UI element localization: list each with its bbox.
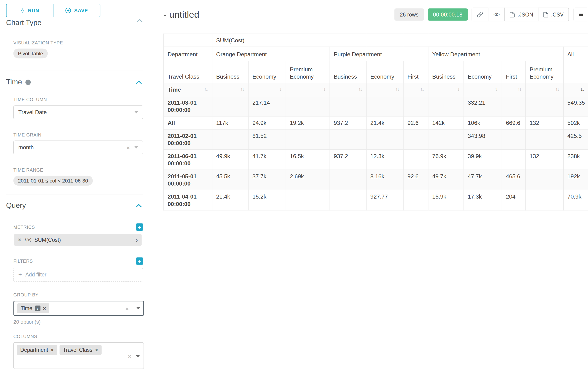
pivot-cell: 238k: [563, 149, 588, 170]
travel-class-header: Business: [212, 61, 248, 83]
pivot-cell: [403, 129, 428, 149]
sort-icon[interactable]: ↑↓: [358, 86, 362, 93]
pivot-cell: [366, 129, 403, 149]
time-heading: Time: [6, 78, 22, 86]
sort-icon[interactable]: ↑↓: [518, 86, 522, 93]
remove-metric-icon[interactable]: ×: [18, 237, 21, 243]
pivot-cell: [428, 129, 464, 149]
time-axis-label: Time: [168, 86, 181, 93]
time-axis-cell: Time ↑↓: [164, 83, 212, 96]
columns-select[interactable]: Department × Travel Class × ×: [13, 342, 144, 369]
pivot-cell: 81.52: [248, 129, 286, 149]
time-grain-label: TIME GRAIN: [13, 132, 143, 138]
pivot-row: All117k94.9k19.2k937.221.4k92.6142k106k6…: [164, 116, 588, 129]
sort-cell: ↑↓: [286, 83, 330, 96]
department-group-header: Yellow Department: [428, 47, 564, 61]
export-json-label: .JSON: [517, 11, 533, 17]
code-icon: </>: [494, 12, 499, 17]
chart-header-controls: 26 rows 00:00:00.18 </>: [394, 8, 588, 21]
pivot-cell: [330, 129, 367, 149]
clear-icon[interactable]: ×: [126, 145, 130, 150]
export-json-button[interactable]: .JSON: [504, 8, 539, 21]
pivot-cell: 106k: [464, 116, 502, 129]
chevron-up-icon: [137, 18, 142, 23]
time-grain-select[interactable]: month ×: [13, 141, 143, 154]
pivot-cell: 8.16k: [366, 170, 403, 190]
sort-icon[interactable]: ↑↓: [204, 86, 208, 93]
time-section-header[interactable]: Time: [6, 78, 143, 86]
travel-class-header-row: Travel Class BusinessEconomyPremium Econ…: [164, 61, 588, 83]
travel-class-header: Business: [330, 61, 367, 83]
remove-tag-icon[interactable]: ×: [43, 306, 46, 311]
travel-class-header: Premium Economy: [525, 61, 563, 83]
pivot-cell: 15.2k: [248, 190, 286, 210]
travel-class-header: First: [502, 61, 526, 83]
travel-class-axis-label: Travel Class: [164, 61, 212, 83]
remove-tag-icon[interactable]: ×: [51, 347, 54, 352]
chart-type-section-header[interactable]: Chart Type: [6, 18, 143, 26]
fx-icon: ƒ(x): [24, 238, 31, 242]
sort-icon[interactable]: ↑↓: [395, 86, 399, 93]
time-range-row: 2011-01-01 ≤ col < 2011-06-30: [13, 176, 143, 186]
pivot-cell: [525, 129, 563, 149]
divider: [6, 70, 143, 70]
metrics-header-row: METRICS +: [13, 223, 143, 231]
metric-item[interactable]: × ƒ(x) SUM(Cost) ›: [14, 234, 142, 246]
viz-type-pill[interactable]: Pivot Table: [13, 49, 48, 59]
lightning-icon: [21, 8, 25, 13]
sort-icon[interactable]: ↑↓: [322, 86, 326, 93]
pivot-cell: 21.4k: [366, 116, 403, 129]
query-section-header[interactable]: Query: [6, 201, 143, 210]
timer-badge: 00:00:00.18: [428, 8, 468, 21]
travel-class-header: Business: [428, 61, 464, 83]
sort-icon[interactable]: ↑↓: [556, 86, 559, 93]
add-metric-button[interactable]: +: [136, 223, 143, 231]
chevron-up-icon[interactable]: [136, 80, 142, 84]
pivot-cell: [403, 96, 428, 116]
pivot-cell: [502, 149, 526, 170]
chevron-right-icon[interactable]: ›: [136, 236, 138, 244]
add-filter-plus-button[interactable]: +: [136, 257, 143, 265]
sort-icon[interactable]: ↑↓: [240, 86, 244, 93]
divider: [6, 30, 143, 30]
run-button[interactable]: RUN: [6, 4, 53, 17]
time-column-select[interactable]: Travel Date: [13, 105, 143, 119]
sort-icon[interactable]: ↑↓: [278, 86, 282, 93]
caret-down-icon: [134, 146, 138, 149]
columns-label: COLUMNS: [13, 334, 143, 339]
sort-icon[interactable]: ↑↓: [494, 86, 498, 93]
columns-tag[interactable]: Travel Class ×: [60, 345, 102, 355]
remove-tag-icon[interactable]: ×: [95, 347, 98, 352]
travel-class-header: [563, 61, 588, 83]
viz-type-row: Pivot Table: [13, 49, 143, 59]
menu-button[interactable]: ≡: [574, 8, 588, 21]
sort-icon[interactable]: ↑↓: [456, 86, 460, 93]
export-csv-button[interactable]: .CSV: [538, 8, 569, 21]
clear-icon[interactable]: ×: [125, 305, 128, 311]
pivot-cell: 49.7k: [428, 170, 464, 190]
chevron-up-icon[interactable]: [136, 204, 142, 207]
sort-icon[interactable]: ↑↓: [420, 86, 424, 93]
sort-desc-icon[interactable]: ↓↓: [580, 86, 584, 93]
travel-class-header: Economy: [464, 61, 502, 83]
pivot-cell: 16.5k: [286, 149, 330, 170]
pivot-cell: [330, 190, 367, 210]
time-range-pill[interactable]: 2011-01-01 ≤ col < 2011-06-30: [13, 176, 93, 186]
pivot-cell: 92.6: [403, 170, 428, 190]
corner-cell: [164, 34, 212, 47]
pivot-cell: 17.3k: [464, 190, 502, 210]
group-by-select[interactable]: Time i × ×: [13, 301, 144, 316]
share-link-button[interactable]: [472, 8, 489, 21]
pivot-cell: [403, 190, 428, 210]
columns-tag[interactable]: Department ×: [17, 345, 57, 355]
group-by-tag[interactable]: Time i ×: [17, 303, 49, 313]
clear-icon[interactable]: ×: [128, 353, 131, 359]
embed-code-button[interactable]: </>: [488, 8, 505, 21]
metric-header-row: SUM(Cost): [164, 34, 588, 47]
pivot-cell: 45.5k: [212, 170, 248, 190]
save-button[interactable]: SAVE: [53, 4, 100, 17]
info-icon: [25, 79, 31, 85]
add-filter-button[interactable]: + Add filter: [13, 268, 143, 282]
pivot-cell: [403, 149, 428, 170]
pivot-cell: [525, 96, 563, 116]
